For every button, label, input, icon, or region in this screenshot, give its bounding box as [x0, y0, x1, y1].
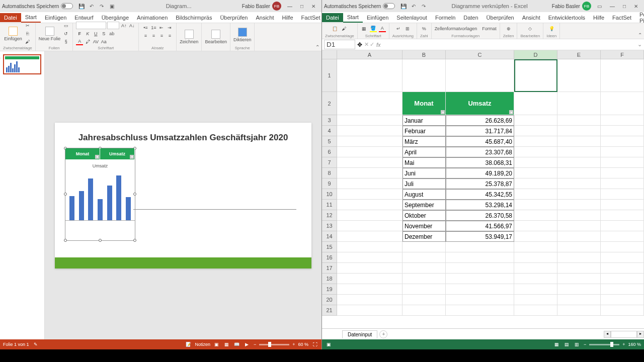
- cell[interactable]: [601, 221, 644, 231]
- tab-start[interactable]: Start: [21, 13, 41, 23]
- reset-icon[interactable]: ↺: [62, 30, 69, 37]
- add-sheet-button[interactable]: +: [379, 330, 387, 338]
- tab-powerpivot[interactable]: Power Pivot: [635, 10, 644, 25]
- cell[interactable]: [557, 136, 601, 147]
- cell[interactable]: [337, 126, 403, 136]
- tab-seitenlayout[interactable]: Seitenlayout: [392, 13, 431, 22]
- slide-thumb-1[interactable]: [3, 54, 41, 74]
- zoom-in-icon[interactable]: +: [292, 342, 295, 347]
- cell[interactable]: [601, 115, 644, 126]
- cell-umsatz[interactable]: 31.717,84: [446, 126, 514, 136]
- cell[interactable]: [514, 305, 557, 316]
- section-icon[interactable]: §: [62, 38, 69, 45]
- cell[interactable]: [337, 92, 403, 115]
- cell[interactable]: [557, 189, 601, 200]
- collapse-ribbon-icon[interactable]: ⌃: [315, 44, 319, 50]
- close-icon[interactable]: ✕: [307, 4, 319, 9]
- cell[interactable]: [337, 252, 403, 263]
- cell[interactable]: [557, 157, 601, 168]
- font-color-icon[interactable]: A: [76, 38, 83, 45]
- resize-handle[interactable]: [99, 239, 102, 242]
- cell[interactable]: [557, 126, 601, 136]
- maximize-icon[interactable]: □: [619, 4, 630, 9]
- zoom-level[interactable]: 160 %: [628, 342, 641, 347]
- autosave-toggle[interactable]: [61, 3, 73, 9]
- cell[interactable]: [557, 242, 601, 252]
- cell[interactable]: [601, 305, 644, 316]
- row-header[interactable]: 9: [322, 178, 337, 189]
- cell[interactable]: [514, 274, 557, 284]
- zoom-in-icon[interactable]: +: [622, 342, 625, 347]
- collapse-ribbon-icon[interactable]: ⌃: [638, 32, 642, 38]
- cell-month[interactable]: August: [403, 189, 446, 200]
- col-header-f[interactable]: F: [601, 50, 644, 59]
- cell[interactable]: [514, 157, 557, 168]
- font-name-input[interactable]: [76, 22, 106, 29]
- editing-button[interactable]: Bearbeiten: [205, 30, 227, 44]
- cell[interactable]: [337, 274, 403, 284]
- cell-month[interactable]: Januar: [403, 115, 446, 126]
- cell[interactable]: [337, 178, 403, 189]
- zoom-out-icon[interactable]: −: [584, 342, 586, 347]
- tab-daten[interactable]: Daten: [459, 13, 482, 22]
- cell[interactable]: [557, 92, 601, 115]
- tab-datei[interactable]: Datei: [322, 13, 343, 22]
- view-page-break-icon[interactable]: ▥: [574, 342, 581, 347]
- col-header-e[interactable]: E: [557, 50, 601, 59]
- cell-month[interactable]: Mai: [403, 157, 446, 168]
- cell[interactable]: [514, 168, 557, 178]
- increase-font-icon[interactable]: A↑: [120, 22, 127, 29]
- autosave-toggle[interactable]: [383, 3, 395, 9]
- tab-bildschirmpraes[interactable]: Bildschirmpräs: [172, 13, 216, 22]
- fx-icon[interactable]: fx: [376, 42, 381, 48]
- cell[interactable]: [601, 210, 644, 221]
- cell[interactable]: [403, 305, 446, 316]
- italic-icon[interactable]: K: [84, 30, 91, 37]
- minimize-icon[interactable]: —: [606, 4, 619, 9]
- cell-month[interactable]: Dezember: [403, 231, 446, 242]
- cell-month[interactable]: April: [403, 147, 446, 157]
- new-slide-button[interactable]: Neue Folie: [39, 27, 61, 41]
- save-icon[interactable]: 💾: [78, 3, 85, 10]
- cell[interactable]: [557, 115, 601, 126]
- cell[interactable]: [601, 231, 644, 242]
- cell[interactable]: [601, 263, 644, 274]
- cell[interactable]: [514, 92, 557, 115]
- col-header-c[interactable]: C: [446, 50, 514, 59]
- cell-month[interactable]: Juli: [403, 178, 446, 189]
- cell[interactable]: [403, 252, 446, 263]
- cell[interactable]: [514, 295, 557, 305]
- highlight-icon[interactable]: 🖍: [84, 38, 91, 45]
- borders-icon[interactable]: ▦: [361, 25, 368, 32]
- cell[interactable]: [337, 284, 403, 295]
- tab-uebergaenge[interactable]: Übergänge: [98, 13, 133, 22]
- cell[interactable]: [601, 168, 644, 178]
- cell[interactable]: [601, 92, 644, 115]
- redo-icon[interactable]: ↷: [98, 3, 105, 10]
- tab-einfuegen[interactable]: Einfügen: [363, 13, 392, 22]
- cell[interactable]: [337, 200, 403, 210]
- cell[interactable]: [557, 178, 601, 189]
- slide-canvas[interactable]: Jahresabschluss Umsatzzahlen Geschäftsja…: [45, 51, 321, 339]
- view-slideshow-icon[interactable]: ▶: [244, 342, 251, 347]
- cell[interactable]: [514, 252, 557, 263]
- row-header[interactable]: 1: [322, 59, 337, 92]
- row-header[interactable]: 6: [322, 147, 337, 157]
- cell[interactable]: [337, 242, 403, 252]
- undo-icon[interactable]: ↶: [410, 3, 417, 10]
- cell[interactable]: [514, 136, 557, 147]
- cell[interactable]: [557, 263, 601, 274]
- cell[interactable]: [337, 115, 403, 126]
- cell[interactable]: [337, 221, 403, 231]
- expand-formula-icon[interactable]: ⌄: [635, 41, 644, 48]
- filter-icon[interactable]: ▾: [130, 155, 134, 159]
- col-header-d[interactable]: D: [514, 50, 557, 59]
- tab-factset[interactable]: FactSet: [297, 13, 325, 22]
- indent-right-icon[interactable]: ⇥: [166, 24, 173, 31]
- col-header-a[interactable]: A: [337, 50, 403, 59]
- cell-month[interactable]: November: [403, 221, 446, 231]
- cell[interactable]: [446, 59, 514, 92]
- notes-icon[interactable]: 📝: [185, 342, 192, 347]
- view-normal-icon[interactable]: ▣: [213, 342, 220, 347]
- tab-ansicht[interactable]: Ansicht: [252, 13, 278, 22]
